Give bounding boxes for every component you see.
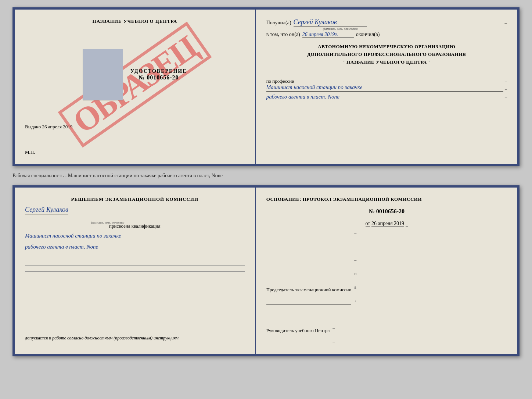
cert-top-right: Получил(а) Сергей Кулаков фамилия, имя, …: [256, 10, 517, 164]
resheniem-title: Решением экзаменационной комиссии: [25, 196, 245, 202]
prisvoena-label: присвоена квалификация: [25, 223, 245, 229]
cert-number-block: УДОСТОВЕРЕНИЕ № 0010656-20: [130, 68, 187, 81]
poluchil-line: Получил(а) Сергей Кулаков фамилия, имя, …: [266, 18, 507, 26]
dopusk-label: допускается к: [25, 335, 51, 341]
vtom-line: в том, что он(а) 26 апреля 2019г. окончи…: [266, 32, 507, 38]
rukovoditel-signature: [266, 339, 330, 345]
cert-top-left: НАЗВАНИЕ УЧЕБНОГО ЦЕНТРА ОБРАЗЕЦ УДОСТОВ…: [15, 10, 256, 164]
rukovoditel-label: Руководитель учебного Центра: [266, 328, 330, 334]
qual-line2: рабочего агента в пласт, None: [25, 244, 245, 251]
familiya-hint-bottom: фамилия, имя, отчество: [91, 221, 124, 224]
udostoverenie-label: УДОСТОВЕРЕНИЕ: [130, 68, 187, 74]
dopuskaetsya-block: допускается к работе согласно должностны…: [25, 335, 245, 345]
photo-placeholder: [83, 49, 123, 100]
vtom-label: в том, что он(а): [266, 32, 300, 38]
cert-number: № 0010656-20: [130, 74, 187, 81]
predsedatel-block: Председатель экзаменационной комиссии: [266, 287, 352, 304]
cert-bottom-right: Основание: протокол экзаменационной коми…: [256, 188, 517, 354]
rukovoditel-block: Руководитель учебного Центра: [266, 328, 330, 345]
protocol-date: 26 апреля 2019: [371, 221, 404, 227]
org-line2: ДОПОЛНИТЕЛЬНОГО ПРОФЕССИОНАЛЬНОГО ОБРАЗО…: [266, 51, 507, 58]
org-line1: АВТОНОМНУЮ НЕКОММЕРЧЕСКУЮ ОРГАНИЗАЦИЮ: [266, 43, 507, 51]
certificate-top: НАЗВАНИЕ УЧЕБНОГО ЦЕНТРА ОБРАЗЕЦ УДОСТОВ…: [12, 7, 520, 166]
dopusk-text: работе согласно должностным (производств…: [52, 335, 179, 341]
mp-line: М.П.: [25, 149, 35, 155]
predsedatel-signature: [266, 298, 352, 304]
person-name-bottom: Сергей Кулаков: [25, 206, 68, 214]
cert-date: 26 апреля 2019г.: [302, 32, 354, 38]
profession-line1: Машинист насосной станции по закачке: [266, 84, 503, 92]
org-line3: " НАЗВАНИЕ УЧЕБНОГО ЦЕНТРА ": [266, 58, 507, 66]
okonchil-label: окончил(а): [356, 32, 380, 38]
poluchil-name: Сергей Кулаков фамилия, имя, отчество: [294, 18, 367, 26]
cert-bottom-left: Решением экзаменационной комиссии Сергей…: [15, 188, 256, 354]
qual-line1: Машинист насосной станции по закачке: [25, 233, 245, 240]
subtitle-row: Рабочая специальность - Машинист насосно…: [12, 170, 520, 182]
po-professii-label: по профессии: [266, 78, 503, 84]
vydano-line: Выдано 26 апреля 2019: [25, 124, 72, 130]
certificate-bottom: Решением экзаменационной комиссии Сергей…: [12, 185, 520, 356]
org-block: АВТОНОМНУЮ НЕКОММЕРЧЕСКУЮ ОРГАНИЗАЦИЮ ДО…: [266, 43, 507, 66]
predsedatel-label: Председатель экзаменационной комиссии: [266, 287, 352, 293]
familiya-hint: фамилия, имя, отчество: [323, 27, 358, 31]
osnovanie-title: Основание: протокол экзаменационной коми…: [266, 196, 507, 202]
ot-label: от: [366, 221, 370, 227]
ot-date: от 26 апреля 2019 –: [266, 221, 507, 227]
right-dashes: ––––: [505, 71, 507, 101]
center-title: НАЗВАНИЕ УЧЕБНОГО ЦЕНТРА: [93, 18, 177, 24]
dash1: –: [504, 20, 507, 26]
poluchil-label: Получил(а): [266, 20, 291, 26]
subtitle-text: Рабочая специальность - Машинист насосно…: [12, 173, 223, 178]
protocol-number: № 0010656-20: [266, 208, 507, 215]
profession-line2: рабочего агента в пласт, None: [266, 94, 503, 101]
